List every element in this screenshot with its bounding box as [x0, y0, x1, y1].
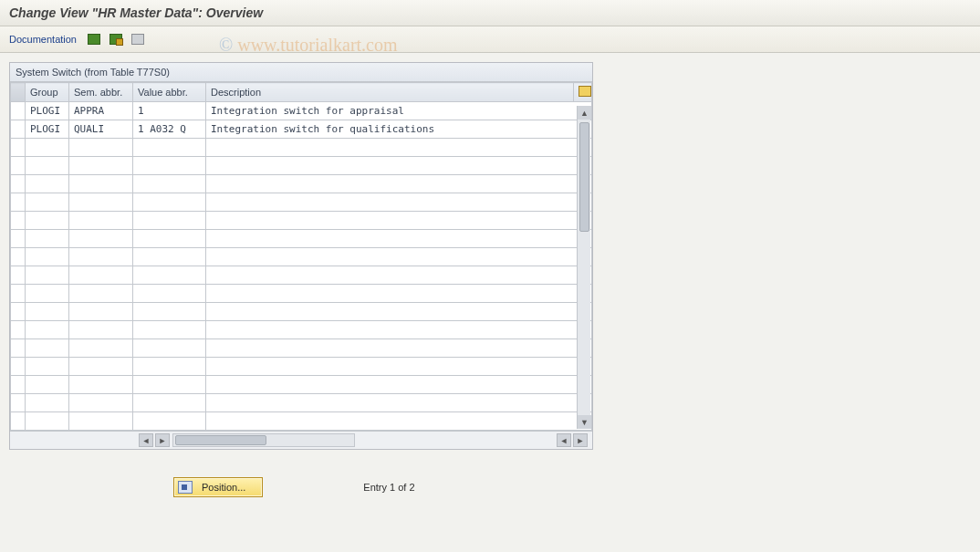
- table-row[interactable]: [11, 212, 592, 230]
- column-description[interactable]: Description: [206, 83, 574, 102]
- table-row[interactable]: [11, 394, 592, 412]
- cell-group[interactable]: PLOGI: [26, 120, 69, 139]
- toolbar: Documentation: [0, 26, 980, 53]
- table-row[interactable]: [11, 266, 592, 285]
- cell-sem[interactable]: QUALI: [69, 120, 133, 139]
- table-header-row: Group Sem. abbr. Value abbr. Description: [11, 83, 592, 102]
- scroll-right-icon[interactable]: ►: [155, 433, 170, 447]
- row-selector[interactable]: [11, 120, 26, 139]
- hscroll-track[interactable]: [172, 433, 355, 447]
- panel-title: System Switch (from Table T77S0): [10, 63, 592, 82]
- table-row[interactable]: [11, 285, 592, 303]
- position-icon: [178, 481, 193, 494]
- cell-description[interactable]: Integration switch for qualifications: [206, 120, 592, 139]
- system-switch-panel: System Switch (from Table T77S0) Group S…: [9, 62, 593, 450]
- table-row[interactable]: [11, 193, 592, 212]
- cell-value[interactable]: 1: [133, 102, 206, 120]
- vertical-scrollbar[interactable]: ▲ ▼: [577, 106, 590, 429]
- cell-sem[interactable]: APPRA: [69, 102, 133, 120]
- scroll-right-end-icon[interactable]: ►: [573, 433, 588, 447]
- table-row[interactable]: [11, 157, 592, 175]
- table-row[interactable]: PLOGI APPRA 1 Integration switch for app…: [11, 102, 592, 120]
- row-selector[interactable]: [11, 102, 26, 120]
- column-value-abbr[interactable]: Value abbr.: [133, 83, 206, 102]
- table-row[interactable]: [11, 248, 592, 266]
- hscroll-thumb[interactable]: [175, 435, 266, 445]
- toolbar-action-1-icon[interactable]: [86, 32, 102, 47]
- column-group[interactable]: Group: [26, 83, 69, 102]
- scroll-left-end-icon[interactable]: ◄: [557, 433, 571, 447]
- table-settings-icon[interactable]: [579, 86, 591, 97]
- position-button-label: Position...: [202, 482, 245, 493]
- column-configure[interactable]: [574, 83, 592, 102]
- documentation-label[interactable]: Documentation: [9, 34, 77, 45]
- cell-value[interactable]: 1 A032 Q: [133, 120, 206, 139]
- table-row[interactable]: [11, 230, 592, 248]
- table-row[interactable]: [11, 358, 592, 376]
- scroll-down-icon[interactable]: ▼: [578, 415, 591, 429]
- scroll-thumb[interactable]: [579, 122, 589, 232]
- scroll-up-icon[interactable]: ▲: [578, 106, 591, 120]
- page-title: Change View "HR Master Data": Overview: [0, 0, 980, 26]
- cell-description[interactable]: Integration switch for appraisal: [206, 102, 592, 120]
- entry-count-label: Entry 1 of 2: [363, 482, 414, 493]
- toolbar-action-2-icon[interactable]: [108, 32, 124, 47]
- table-row[interactable]: [11, 139, 592, 157]
- table-row[interactable]: [11, 321, 592, 339]
- table-row[interactable]: [11, 339, 592, 358]
- table-row[interactable]: [11, 303, 592, 321]
- column-sem-abbr[interactable]: Sem. abbr.: [69, 83, 133, 102]
- cell-group[interactable]: PLOGI: [26, 102, 69, 120]
- table-row[interactable]: PLOGI QUALI 1 A032 Q Integration switch …: [11, 120, 592, 139]
- toolbar-action-3-icon[interactable]: [130, 32, 146, 47]
- horizontal-scroll-row: ◄ ► ◄ ►: [10, 431, 592, 449]
- table-row[interactable]: [11, 175, 592, 193]
- column-selector[interactable]: [11, 83, 26, 102]
- position-button[interactable]: Position...: [173, 477, 263, 497]
- system-switch-table: Group Sem. abbr. Value abbr. Description…: [10, 82, 592, 431]
- table-row[interactable]: [11, 412, 592, 431]
- table-row[interactable]: [11, 376, 592, 394]
- scroll-left-icon[interactable]: ◄: [139, 433, 153, 447]
